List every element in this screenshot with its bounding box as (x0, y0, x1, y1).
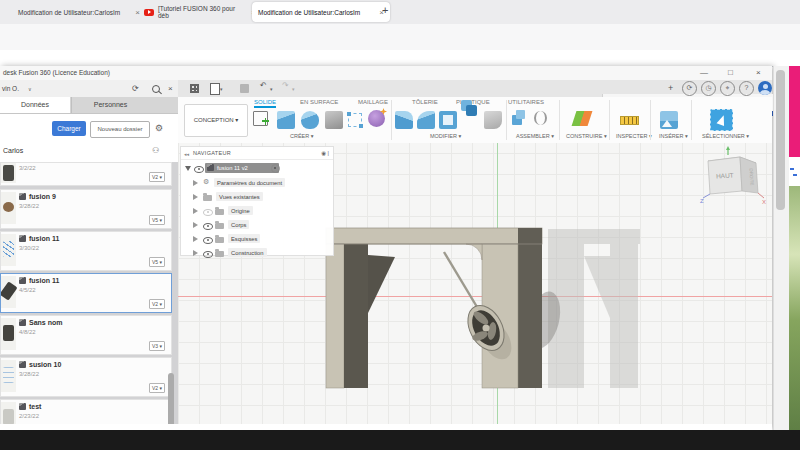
tab-personnes[interactable]: Personnes (71, 97, 149, 113)
ribbon-tab-solide[interactable]: SOLIDE (254, 99, 276, 108)
navigator-item-corps[interactable]: Corps (181, 218, 333, 232)
file-card[interactable]: fusion 9 3/28/22 V5 ▾ (0, 189, 172, 229)
browser-tab-2[interactable]: [Tutoriel FUSION 360 pour déb × (138, 0, 262, 24)
ribbon-tab-utilitaires[interactable]: UTILITAIRES (508, 99, 544, 105)
collapse-icon[interactable]: ◂◂ (184, 151, 189, 157)
redo-icon[interactable]: ↷ (282, 81, 289, 90)
new-tab-button[interactable]: + (382, 4, 388, 16)
tab-title: Modification de Utilisateur:CarlosIm (18, 9, 120, 16)
user-dropdown[interactable]: vin O. (2, 85, 19, 92)
pattern-icon[interactable] (348, 113, 362, 127)
file-menu-icon[interactable] (210, 83, 220, 95)
maximize-button[interactable]: □ (728, 68, 733, 77)
panel-settings-gear-icon[interactable]: ⚙ (155, 123, 163, 133)
view-cube[interactable]: HAUT DROITE Z X (698, 146, 768, 204)
ribbon-tab-maillage[interactable]: MAILLAGE (358, 99, 388, 105)
tab-donnees[interactable]: Données (0, 97, 70, 113)
show-data-panel-icon[interactable] (190, 84, 199, 93)
item-label: Vues existantes (216, 192, 263, 201)
activate-radio-icon[interactable] (271, 164, 280, 173)
version-dropdown[interactable]: V2 ▾ (149, 383, 165, 393)
measure-icon[interactable] (620, 116, 639, 125)
create-sketch-icon[interactable] (253, 111, 268, 126)
ribbon-tab-tolerie[interactable]: TÔLERIE (412, 99, 438, 105)
data-panel: Données Personnes Charger Nouveau dossie… (0, 97, 179, 430)
file-card[interactable]: Sans nom 4/8/22 V3 ▾ (0, 315, 172, 355)
undo-icon[interactable]: ↶ (260, 81, 267, 90)
file-list-scrollbar[interactable] (168, 373, 174, 429)
panel-close-icon[interactable]: × (168, 84, 173, 93)
expand-arrow-icon[interactable] (193, 180, 198, 186)
revolve-icon[interactable] (301, 111, 319, 129)
notifications-bell-icon[interactable]: ⌖ (720, 81, 735, 96)
press-pull-icon[interactable] (395, 111, 413, 129)
panel-options-icon[interactable]: ◉ | (321, 150, 329, 156)
visibility-eye-icon[interactable] (203, 209, 213, 216)
expand-arrow-icon[interactable] (193, 208, 198, 214)
browser-tab-3-active[interactable]: Modification de Utilisateur:CarlosIm × (252, 2, 390, 22)
browser-tab-1[interactable]: Modification de Utilisateur:CarlosIm × (12, 0, 146, 24)
navigator-item-construction[interactable]: Construction (181, 246, 333, 260)
file-card[interactable]: 3/2/22 V2 ▾ (0, 162, 172, 186)
expand-arrow-icon[interactable] (193, 194, 198, 200)
navigator-item-parametres[interactable]: ⚙ Paramètres du document (181, 176, 333, 190)
shell-icon[interactable] (439, 111, 457, 129)
file-card[interactable]: susion 10 3/28/22 V2 ▾ (0, 357, 172, 397)
file-card-selected[interactable]: fusion 11 4/5/22 V2 ▾ (0, 273, 172, 313)
navigator-header[interactable]: ◂◂ NAVIGATEUR ◉ | (181, 147, 333, 160)
version-dropdown[interactable]: V5 ▾ (149, 215, 165, 225)
file-thumbnail (1, 318, 16, 350)
ribbon-tab-en-surface[interactable]: EN SURFACE (300, 99, 338, 105)
page-scrollbar-thumb[interactable] (776, 70, 785, 210)
user-avatar[interactable] (758, 81, 772, 95)
caret-down-icon: ▾ (292, 86, 295, 92)
upload-button[interactable]: Charger (52, 121, 86, 136)
visibility-eye-icon[interactable] (203, 223, 213, 230)
version-dropdown[interactable]: V2 ▾ (149, 299, 165, 309)
visibility-eye-icon[interactable] (194, 166, 204, 173)
close-button[interactable]: × (756, 68, 761, 77)
version-dropdown[interactable]: V2 ▾ (149, 172, 165, 182)
version-dropdown[interactable]: V3 ▾ (149, 341, 165, 351)
expand-arrow-icon[interactable] (193, 250, 198, 256)
workspace-dropdown[interactable]: CONCEPTION ▾ (184, 104, 248, 137)
sync-status-icon[interactable]: ⟳ (682, 81, 697, 96)
construction-plane-icon[interactable] (572, 111, 593, 126)
save-icon[interactable] (240, 84, 249, 93)
new-component-icon[interactable] (512, 115, 522, 125)
navigator-item-origine[interactable]: Origine (181, 204, 333, 218)
combine-icon[interactable] (461, 100, 472, 111)
root-node-label[interactable]: fusion 11 v2 (205, 163, 279, 173)
offset-face-icon[interactable] (484, 111, 502, 129)
item-label: Construction (228, 248, 267, 257)
job-status-icon[interactable]: ◷ (701, 81, 716, 96)
search-icon[interactable] (152, 85, 160, 93)
select-tool-icon[interactable] (710, 109, 733, 131)
hole-icon[interactable] (325, 111, 343, 129)
fusion-title-bar[interactable]: desk Fusion 360 (Licence Education) — □ … (0, 66, 772, 81)
refresh-icon[interactable]: ⟳ (132, 84, 139, 93)
file-card[interactable]: fusion 11 3/30/22 V5 ▾ (0, 231, 172, 271)
insert-canvas-icon[interactable] (660, 111, 678, 129)
minimize-button[interactable]: — (700, 68, 708, 77)
expand-arrow-icon[interactable] (193, 236, 198, 242)
create-form-icon[interactable] (368, 110, 385, 127)
fusion-window: desk Fusion 360 (Licence Education) — □ … (0, 66, 772, 430)
fillet-icon[interactable] (417, 111, 435, 129)
viewport-3d[interactable]: ◂◂ NAVIGATEUR ◉ | fusion 11 v2 ⚙ Paramèt… (178, 143, 772, 427)
navigator-root-item[interactable]: fusion 11 v2 (181, 161, 333, 175)
navigator-item-vues[interactable]: Vues existantes (181, 190, 333, 204)
visibility-eye-icon[interactable] (203, 251, 213, 258)
tab-title: Modification de Utilisateur:CarlosIm (258, 9, 360, 16)
help-icon[interactable]: ? (739, 81, 754, 96)
visibility-eye-icon[interactable] (203, 237, 213, 244)
folder-breadcrumb[interactable]: Carlos (3, 147, 23, 154)
expand-arrow-icon[interactable] (185, 166, 191, 171)
extrude-icon[interactable] (277, 111, 295, 129)
version-dropdown[interactable]: V5 ▾ (149, 257, 165, 267)
navigator-item-esquisses[interactable]: Esquisses (181, 232, 333, 246)
new-document-icon[interactable]: + (668, 83, 673, 93)
expand-arrow-icon[interactable] (193, 222, 198, 228)
joint-icon[interactable] (534, 111, 547, 125)
new-folder-button[interactable]: Nouveau dossier (90, 121, 150, 138)
